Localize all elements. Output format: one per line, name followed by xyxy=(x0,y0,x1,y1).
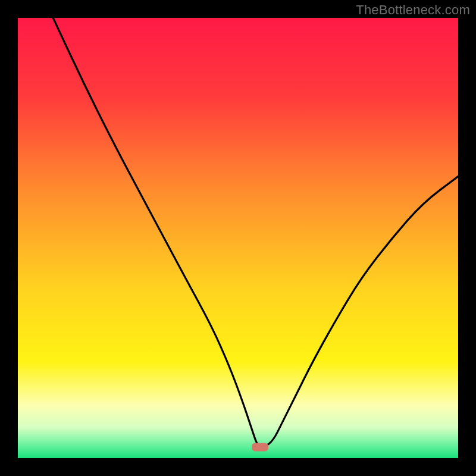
plot-area xyxy=(18,18,458,458)
optimal-marker xyxy=(252,443,268,452)
chart-frame: TheBottleneck.com xyxy=(0,0,476,476)
chart-svg xyxy=(18,18,458,458)
watermark-text: TheBottleneck.com xyxy=(356,2,470,18)
